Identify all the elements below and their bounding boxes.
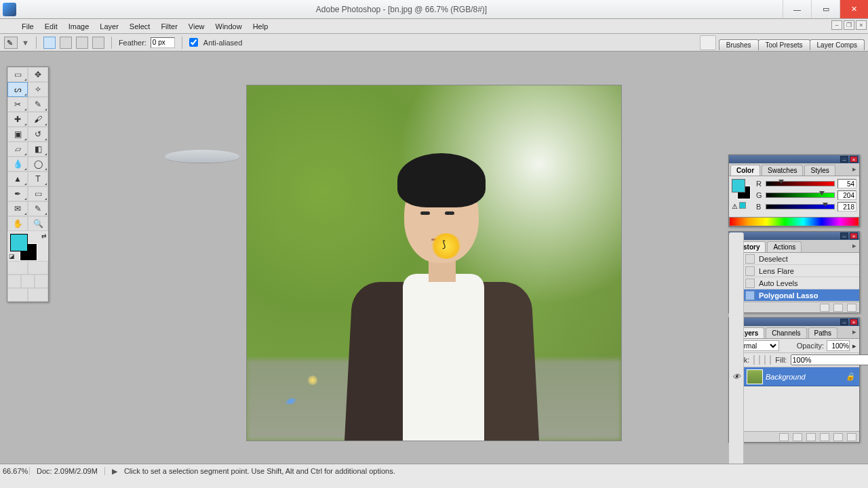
jump-to-imageready-button2[interactable]	[28, 288, 48, 302]
menu-filter[interactable]: Filter	[155, 19, 182, 34]
new-layer-button[interactable]	[833, 433, 843, 441]
default-colors-icon[interactable]: ◪	[9, 253, 15, 260]
screen-standard-button[interactable]	[7, 274, 21, 288]
panel-minimize-button[interactable]: –	[840, 156, 848, 163]
type-tool[interactable]: T	[28, 171, 48, 186]
tab-brushes[interactable]: Brushes	[719, 39, 759, 50]
g-input[interactable]	[837, 190, 856, 200]
history-item[interactable]: ▸Polygonal Lasso	[729, 289, 859, 302]
panel-fg-swatch[interactable]	[732, 179, 745, 192]
healing-brush-tool[interactable]: ✚	[7, 112, 28, 127]
shape-tool[interactable]: ▭	[28, 186, 48, 201]
document-canvas[interactable]: ⟆	[247, 85, 621, 441]
feather-input[interactable]	[151, 37, 175, 48]
panel-minimize-button[interactable]: –	[840, 319, 848, 325]
doc-restore-button[interactable]: ❐	[844, 20, 854, 30]
palette-well-toggle[interactable]	[700, 35, 716, 50]
gamut-warning-icon[interactable]: ⚠	[732, 202, 746, 210]
color-swatch[interactable]: ⇄ ◪	[7, 231, 48, 261]
quickmask-mode-button[interactable]	[28, 261, 48, 274]
menu-file[interactable]: File	[16, 19, 39, 34]
g-slider[interactable]	[766, 192, 835, 198]
hand-tool[interactable]: ✋	[7, 216, 28, 231]
new-selection-button[interactable]	[43, 37, 56, 49]
layer-row[interactable]: 👁 Background 🔒	[729, 367, 859, 386]
opacity-arrow-icon[interactable]: ▸	[852, 342, 856, 350]
swap-colors-icon[interactable]: ⇄	[41, 232, 47, 239]
panel-close-button[interactable]: ×	[850, 319, 858, 325]
layer-thumbnail[interactable]	[747, 369, 763, 384]
tab-channels[interactable]: Channels	[766, 327, 806, 338]
tab-color[interactable]: Color	[730, 165, 760, 176]
layer-mask-button[interactable]	[793, 433, 802, 441]
history-item[interactable]: Deselect	[729, 253, 859, 265]
pen-tool[interactable]: ✒	[7, 186, 28, 201]
menu-help[interactable]: Help	[248, 19, 274, 34]
brush-tool[interactable]: 🖌	[28, 112, 48, 127]
panel-menu-icon[interactable]: ▸	[850, 326, 859, 338]
marquee-tool[interactable]: ▭	[7, 67, 28, 82]
history-brush-tool[interactable]: ↺	[28, 127, 48, 142]
lasso-tool[interactable]: ᔕ	[7, 82, 28, 97]
add-selection-button[interactable]	[60, 37, 72, 49]
menu-edit[interactable]: Edit	[39, 19, 63, 34]
adjustment-layer-button[interactable]	[820, 433, 829, 441]
panel-close-button[interactable]: ×	[850, 232, 858, 239]
slice-tool[interactable]: ✎	[28, 97, 48, 112]
zoom-level[interactable]: 66.67%	[0, 467, 30, 475]
layer-visibility-icon[interactable]: 👁	[729, 232, 744, 488]
tab-paths[interactable]: Paths	[808, 327, 838, 338]
new-set-button[interactable]	[806, 433, 816, 441]
screen-full-menubar-button[interactable]	[21, 274, 35, 288]
tab-layer-comps[interactable]: Layer Comps	[810, 39, 865, 50]
doc-close-button[interactable]: ×	[856, 20, 867, 30]
screen-full-button[interactable]	[35, 274, 48, 288]
gradient-tool[interactable]: ◧	[28, 142, 48, 157]
close-button[interactable]: ✕	[840, 0, 868, 18]
b-slider[interactable]	[766, 204, 835, 209]
new-doc-from-state-button[interactable]	[820, 304, 829, 312]
delete-layer-button[interactable]	[847, 433, 856, 441]
tab-styles[interactable]: Styles	[804, 165, 835, 176]
maximize-button[interactable]: ▭	[811, 0, 840, 18]
tab-swatches[interactable]: Swatches	[762, 165, 803, 176]
menu-select[interactable]: Select	[124, 19, 156, 34]
status-menu-icon[interactable]: ▶	[112, 467, 117, 476]
current-tool-icon[interactable]: ✎	[4, 37, 18, 49]
r-input[interactable]	[837, 179, 856, 188]
zoom-tool[interactable]: 🔍	[28, 216, 48, 231]
magic-wand-tool[interactable]: ✧	[28, 82, 48, 97]
jump-to-imageready-button[interactable]	[7, 288, 28, 302]
menu-view[interactable]: View	[183, 19, 210, 34]
lock-paint-button[interactable]	[759, 355, 760, 365]
menu-image[interactable]: Image	[63, 19, 95, 34]
layer-style-button[interactable]	[779, 433, 789, 441]
eyedropper-tool[interactable]: ✎	[28, 201, 48, 216]
lock-position-button[interactable]	[764, 355, 766, 365]
move-tool[interactable]: ✥	[28, 67, 48, 82]
fill-input[interactable]	[791, 354, 868, 365]
doc-size[interactable]: Doc: 2.09M/2.09M	[30, 467, 105, 475]
blur-tool[interactable]: 💧	[7, 157, 28, 171]
color-spectrum[interactable]	[729, 217, 859, 226]
r-slider[interactable]	[766, 181, 835, 186]
opacity-input[interactable]	[827, 340, 850, 351]
crop-tool[interactable]: ✂	[7, 97, 28, 112]
b-input[interactable]	[837, 202, 856, 211]
lock-all-button[interactable]	[770, 355, 771, 365]
new-snapshot-button[interactable]	[833, 304, 843, 312]
antialias-checkbox[interactable]	[189, 38, 198, 47]
panel-menu-icon[interactable]: ▸	[850, 163, 859, 176]
toolbox-header[interactable]	[165, 150, 239, 163]
menu-window[interactable]: Window	[210, 19, 248, 34]
eraser-tool[interactable]: ▱	[7, 142, 28, 157]
standard-mode-button[interactable]	[7, 261, 28, 274]
panel-menu-icon[interactable]: ▸	[850, 240, 859, 252]
panel-close-button[interactable]: ×	[850, 156, 858, 163]
clone-stamp-tool[interactable]: ▣	[7, 127, 28, 142]
doc-minimize-button[interactable]: –	[831, 20, 842, 30]
panel-minimize-button[interactable]: –	[840, 232, 848, 239]
history-item[interactable]: Lens Flare	[729, 265, 859, 277]
tab-tool-presets[interactable]: Tool Presets	[758, 39, 810, 50]
history-item[interactable]: Auto Levels	[729, 277, 859, 289]
